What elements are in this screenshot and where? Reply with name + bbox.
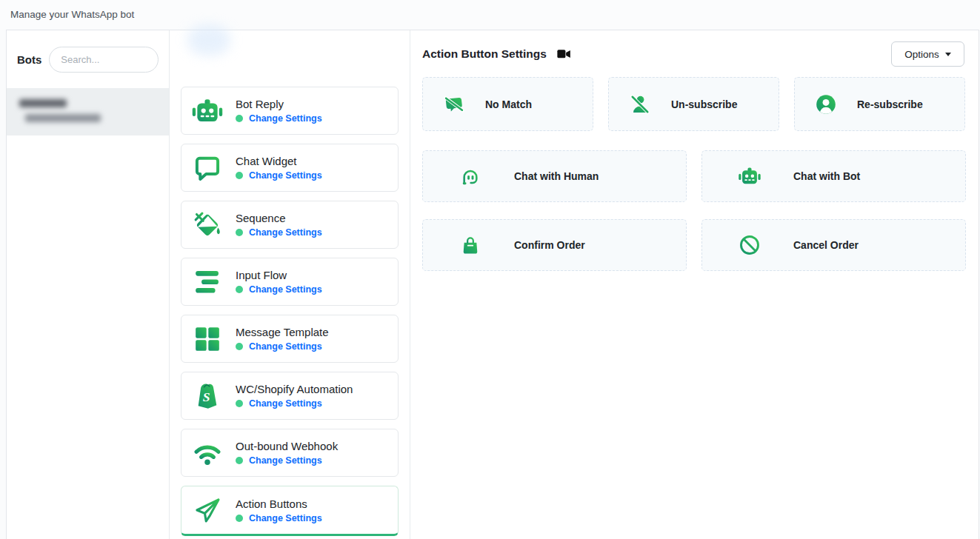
blur-artifact xyxy=(187,24,230,56)
action-button-settings-panel: Action Button Settings Options No Match … xyxy=(410,30,979,539)
change-settings-link[interactable]: Change Settings xyxy=(249,284,322,295)
search-input[interactable] xyxy=(49,47,159,73)
module-action-row: Change Settings xyxy=(236,170,322,181)
app-shell: Bots Bot Reply Change Settings xyxy=(6,30,979,539)
module-action-row: Change Settings xyxy=(236,455,338,466)
module-action-row: Change Settings xyxy=(236,513,322,523)
module-title: Action Buttons xyxy=(236,498,322,510)
bots-heading: Bots xyxy=(17,53,41,66)
module-action-row: Change Settings xyxy=(236,227,322,238)
module-card-body: Chat Widget Change Settings xyxy=(236,155,322,181)
action-tile-label: Chat with Bot xyxy=(793,170,860,182)
module-title: Message Template xyxy=(236,326,329,338)
module-card-body: Action Buttons Change Settings xyxy=(236,498,322,523)
bots-sidebar: Bots xyxy=(7,30,170,539)
module-action-row: Change Settings xyxy=(236,284,322,295)
chevron-down-icon xyxy=(945,53,951,56)
change-settings-link[interactable]: Change Settings xyxy=(249,341,322,352)
action-tile-label: Chat with Human xyxy=(514,170,599,182)
video-camera-icon[interactable] xyxy=(557,49,571,59)
change-settings-link[interactable]: Change Settings xyxy=(249,513,322,523)
change-settings-link[interactable]: Change Settings xyxy=(249,170,322,181)
bars-icon xyxy=(191,266,224,298)
options-button-label: Options xyxy=(904,49,939,60)
module-card-body: Input Flow Change Settings xyxy=(236,269,322,295)
status-dot xyxy=(236,343,243,350)
action-tile-label: Cancel Order xyxy=(793,239,859,251)
paint-fill-icon xyxy=(191,209,224,241)
modules-column: Bot Reply Change Settings Chat Widget Ch… xyxy=(170,30,410,539)
module-card-outbound-webhook[interactable]: Out-bound Webhook Change Settings xyxy=(181,429,399,477)
status-dot xyxy=(236,172,243,179)
user-circle-icon xyxy=(814,93,838,116)
module-title: Out-bound Webhook xyxy=(236,440,338,452)
module-action-row: Change Settings xyxy=(236,341,329,352)
page-title: Manage your WhatsApp bot xyxy=(10,0,134,30)
wifi-icon xyxy=(191,437,224,469)
action-tile-label: Re-subscribe xyxy=(857,98,923,110)
chat-bubble-icon xyxy=(191,152,224,184)
module-action-row: Change Settings xyxy=(236,398,353,409)
module-title: WC/Shopify Automation xyxy=(236,383,353,395)
module-card-body: Sequence Change Settings xyxy=(236,212,322,238)
module-card-body: Bot Reply Change Settings xyxy=(236,98,322,124)
module-title: Input Flow xyxy=(236,269,322,281)
module-card-bot-reply[interactable]: Bot Reply Change Settings xyxy=(181,87,399,135)
action-tile-confirm-order[interactable]: Confirm Order xyxy=(422,219,687,271)
module-action-row: Change Settings xyxy=(236,113,322,124)
module-title: Chat Widget xyxy=(236,155,322,167)
shopify-icon: S xyxy=(191,380,224,412)
redacted-bot-name xyxy=(19,99,67,107)
change-settings-link[interactable]: Change Settings xyxy=(249,227,322,238)
change-settings-link[interactable]: Change Settings xyxy=(249,113,322,124)
grid-icon xyxy=(191,323,224,355)
panel-header: Action Button Settings xyxy=(422,47,571,61)
ban-icon xyxy=(738,233,761,257)
robot-icon xyxy=(191,95,224,127)
comment-slash-icon xyxy=(442,93,466,116)
action-tile-label: No Match xyxy=(485,98,532,110)
status-dot xyxy=(236,229,243,236)
sidebar-header: Bots xyxy=(7,30,169,88)
shopping-bag-icon xyxy=(459,233,482,257)
change-settings-link[interactable]: Change Settings xyxy=(249,398,322,409)
panel-title: Action Button Settings xyxy=(422,47,547,61)
module-card-chat-widget[interactable]: Chat Widget Change Settings xyxy=(181,144,399,192)
module-card-sequence[interactable]: Sequence Change Settings xyxy=(181,201,399,249)
module-card-body: WC/Shopify Automation Change Settings xyxy=(236,383,353,409)
options-button[interactable]: Options xyxy=(891,41,964,67)
module-card-message-template[interactable]: Message Template Change Settings xyxy=(181,315,399,363)
action-tile-label: Un-subscribe xyxy=(671,98,737,110)
action-tile-no-match[interactable]: No Match xyxy=(422,77,593,131)
module-card-body: Out-bound Webhook Change Settings xyxy=(236,440,338,466)
status-dot xyxy=(236,515,243,522)
module-card-shopify-automation[interactable]: S WC/Shopify Automation Change Settings xyxy=(181,372,399,420)
svg-text:S: S xyxy=(203,389,210,404)
action-tile-chat-with-human[interactable]: Chat with Human xyxy=(422,150,687,202)
status-dot xyxy=(236,286,243,293)
action-tile-cancel-order[interactable]: Cancel Order xyxy=(701,219,966,271)
user-slash-icon xyxy=(628,93,652,116)
redacted-bot-phone xyxy=(25,114,101,122)
module-card-input-flow[interactable]: Input Flow Change Settings xyxy=(181,258,399,306)
top-bar: Manage your WhatsApp bot xyxy=(0,0,980,30)
module-card-body: Message Template Change Settings xyxy=(236,326,329,352)
action-tile-unsubscribe[interactable]: Un-subscribe xyxy=(608,77,779,131)
status-dot xyxy=(236,457,243,464)
bot-list-item-selected[interactable] xyxy=(7,88,169,135)
module-card-action-buttons[interactable]: Action Buttons Change Settings xyxy=(181,486,399,536)
robot-icon xyxy=(738,164,761,188)
headset-icon xyxy=(459,164,482,188)
change-settings-link[interactable]: Change Settings xyxy=(249,455,322,466)
module-title: Sequence xyxy=(236,212,322,224)
action-tile-resubscribe[interactable]: Re-subscribe xyxy=(794,77,965,131)
status-dot xyxy=(236,400,243,407)
status-dot xyxy=(236,115,243,122)
action-tile-chat-with-bot[interactable]: Chat with Bot xyxy=(701,150,966,202)
action-tile-label: Confirm Order xyxy=(514,239,585,251)
module-title: Bot Reply xyxy=(236,98,322,110)
paper-plane-icon xyxy=(191,494,224,526)
